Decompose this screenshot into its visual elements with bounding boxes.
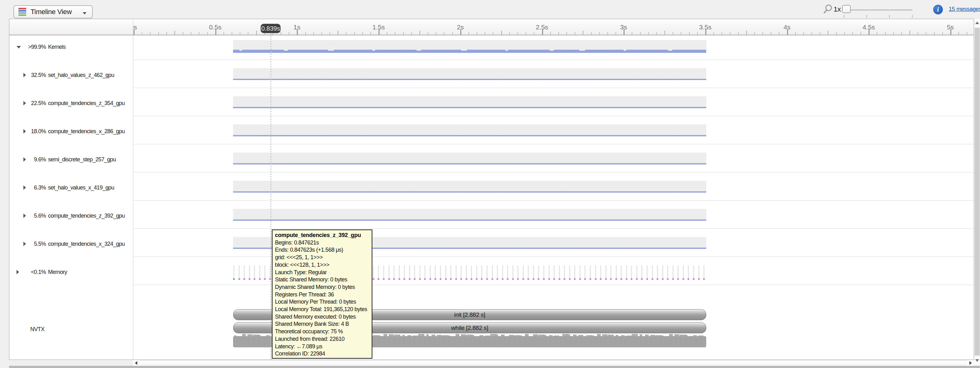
nvtx-bump — [248, 334, 253, 336]
zoom-slider-track[interactable] — [846, 10, 913, 11]
memory-op-marker — [434, 278, 436, 280]
sidebar-row-nvtx[interactable]: NVTX — [10, 325, 133, 334]
row-percentage: <0.1% — [11, 269, 46, 275]
horizontal-scrollbar-track[interactable] — [133, 360, 980, 366]
sidebar-row[interactable]: >99.9%Kernels — [10, 42, 133, 51]
kernel-row-band — [233, 96, 706, 108]
memory-op-marker — [430, 278, 431, 280]
memory-op-marker — [254, 278, 255, 280]
sidebar-row[interactable]: <0.1%Memory — [10, 267, 133, 277]
ruler-tick — [656, 32, 657, 35]
memory-op-line — [244, 266, 245, 280]
memory-op-marker — [543, 278, 545, 280]
sidebar-row[interactable]: 32.5%set_halo_values_z_462_gpu — [10, 70, 133, 80]
ruler-tick — [566, 32, 567, 35]
memory-op-marker — [445, 278, 447, 280]
sidebar-row[interactable]: 5.5%compute_tendencies_x_324_gpu — [10, 239, 133, 248]
memory-op-marker — [626, 278, 627, 280]
memory-op-line — [554, 266, 555, 280]
row-labels-sidebar: >99.9%Kernels32.5%set_halo_values_z_462_… — [10, 36, 133, 360]
window-bottom-edge — [9, 366, 980, 368]
nvtx-bump — [693, 335, 697, 336]
sidebar-row[interactable]: 22.5%compute_tendencies_z_354_gpu — [10, 99, 133, 108]
memory-op-line — [569, 266, 570, 280]
memory-op-line — [409, 266, 410, 280]
memory-op-marker — [605, 278, 607, 280]
memory-op-line — [264, 266, 265, 280]
info-icon[interactable]: i — [933, 5, 943, 14]
tooltip-line: Begins: 0.847621s — [275, 239, 369, 247]
tooltip-line: Correlation ID: 22984 — [275, 350, 369, 358]
memory-op-marker — [693, 278, 694, 280]
memory-op-marker — [388, 278, 390, 280]
nvtx-bump — [616, 335, 618, 336]
memory-op-marker — [600, 278, 601, 280]
scroll-down-button[interactable] — [974, 357, 980, 365]
ruler-tick — [468, 32, 469, 35]
ruler-tick — [542, 29, 543, 35]
memory-op-marker — [641, 278, 643, 280]
ruler-tick — [305, 32, 306, 35]
ruler-tick — [428, 32, 428, 35]
horizontal-scrollbar — [9, 360, 980, 366]
kernel-row-band — [233, 125, 706, 136]
memory-op-line — [574, 266, 575, 280]
sidebar-row[interactable]: 9.6%semi_discrete_step_257_gpu — [10, 155, 133, 164]
memory-op-marker — [378, 278, 379, 280]
time-ruler[interactable]: 0s0.5s1s1.5s2s2.5s3s3.5s4s4.5s5s — [10, 19, 974, 35]
timeline-rows-layer: init [2.882 s]while [2.882 s] — [10, 19, 974, 360]
kernel-row-bar — [233, 79, 706, 80]
nvtx-bump — [234, 336, 237, 336]
memory-op-line — [533, 266, 534, 280]
nvtx-bump — [669, 334, 673, 336]
scroll-left-button[interactable] — [133, 360, 140, 366]
vertical-scrollbar-thumb[interactable] — [975, 28, 980, 355]
row-separator — [133, 144, 974, 144]
ruler-tick — [673, 32, 673, 35]
nvtx-bump — [496, 334, 498, 336]
sidebar-row[interactable]: 6.3%set_halo_values_x_419_gpu — [10, 183, 133, 192]
memory-op-marker — [616, 278, 617, 280]
memory-op-marker — [595, 278, 597, 280]
sidebar-row[interactable]: 18.0%compute_tendencies_x_286_gpu — [10, 126, 133, 136]
sidebar-splitter[interactable] — [133, 19, 133, 360]
kernel-row-bar — [233, 163, 706, 165]
nvtx-bump — [407, 335, 411, 336]
kernel-row-bar — [233, 107, 706, 108]
memory-op-line — [476, 266, 477, 280]
memory-op-line — [461, 266, 461, 280]
ruler-tick — [607, 32, 608, 35]
messages-link[interactable]: 15 messages — [949, 6, 980, 13]
zoom-magnifier-icon — [823, 4, 833, 14]
memory-op-marker — [450, 278, 452, 280]
memory-op-line — [678, 266, 679, 280]
ruler-tick — [558, 32, 559, 35]
memory-op-line — [507, 266, 508, 280]
nvtx-bump — [258, 335, 261, 336]
scroll-right-button[interactable] — [967, 360, 974, 366]
arrow-right-icon — [969, 361, 972, 365]
ruler-tick — [493, 32, 493, 35]
memory-op-line — [249, 266, 250, 280]
ruler-tick — [362, 32, 363, 35]
memory-op-marker — [579, 278, 581, 280]
nvtx-bump — [389, 334, 394, 336]
ruler-tick — [134, 29, 135, 35]
row-separator — [133, 228, 974, 229]
sidebar-row[interactable]: 5.6%compute_tendencies_z_392_gpu — [10, 211, 133, 221]
ruler-tick — [403, 32, 404, 35]
zoom-slider-handle[interactable] — [842, 5, 851, 13]
ruler-tick — [754, 32, 755, 35]
nsight-timeline-window: Timeline View 1x i 15 messages init [2.8… — [0, 0, 980, 368]
slider-tick — [912, 15, 913, 18]
row-percentage: 5.5% — [11, 241, 46, 247]
timeline-cursor-badge[interactable]: 0.839s — [261, 24, 281, 33]
scroll-up-button[interactable] — [974, 19, 980, 27]
ruler-tick — [338, 30, 338, 35]
ruler-tick — [779, 32, 779, 35]
memory-op-marker — [249, 278, 250, 280]
ruler-tick — [313, 32, 314, 35]
kernel-row-bar — [233, 191, 706, 193]
view-selector-dropdown[interactable]: Timeline View — [13, 5, 93, 18]
nvtx-bump — [592, 336, 594, 336]
